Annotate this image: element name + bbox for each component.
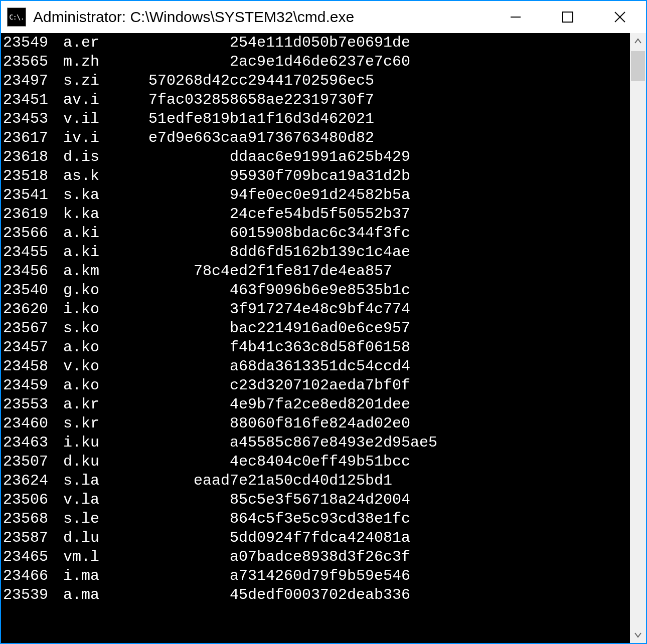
chevron-up-icon (634, 37, 642, 45)
minimize-button[interactable] (490, 1, 542, 33)
cmd-window: C:\. Administrator: C:\Windows\SYSTEM32\… (0, 0, 647, 644)
redacted-segment (103, 167, 230, 184)
row-id: 23451 (3, 90, 63, 109)
terminal-row: 23619k.ka 24cefe54bd5f50552b37 (3, 204, 630, 224)
row-name: v.la (63, 490, 103, 509)
row-name: iv.i (63, 128, 103, 147)
redacted-segment (410, 415, 482, 432)
redacted-segment (374, 129, 446, 146)
vertical-scrollbar[interactable] (630, 33, 646, 643)
titlebar[interactable]: C:\. Administrator: C:\Windows\SYSTEM32\… (1, 1, 646, 33)
row-name: s.la (63, 471, 103, 490)
row-id: 23539 (3, 585, 63, 604)
row-name: s.le (63, 509, 103, 528)
row-id: 23566 (3, 224, 63, 243)
row-hash: 24cefe54bd5f50552b37 (230, 204, 410, 224)
terminal-row: 23618d.is ddaac6e91991a625b429 (3, 147, 630, 166)
row-id: 23465 (3, 547, 63, 566)
terminal-row: 23463i.ku a45585c867e8493e2d95ae5 (3, 433, 630, 452)
redacted-segment (410, 548, 482, 565)
svg-rect-1 (563, 12, 573, 22)
row-name: a.ko (63, 338, 103, 357)
redacted-segment (410, 453, 482, 470)
terminal-row: 23458v.ko a68da3613351dc54ccd4 (3, 357, 630, 376)
maximize-button[interactable] (542, 1, 594, 33)
row-hash: 570268d42cc29441702596ec5 (148, 71, 374, 90)
redacted-segment (103, 186, 230, 203)
terminal-row: 23568s.le 864c5f3e5c93cd38e1fc (3, 509, 630, 528)
row-id: 23459 (3, 376, 63, 395)
row-id: 23453 (3, 109, 63, 128)
redacted-segment (410, 320, 482, 337)
row-hash: ddaac6e91991a625b429 (230, 147, 410, 166)
terminal-row: 23541s.ka 94fe0ec0e91d24582b5a (3, 185, 630, 204)
row-hash: 45dedf0003702deab336 (230, 585, 410, 604)
row-name: vm.l (63, 547, 103, 566)
scroll-thumb[interactable] (631, 51, 645, 81)
terminal-row: 23506v.la 85c5e3f56718a24d2004 (3, 490, 630, 509)
redacted-segment (103, 510, 230, 527)
redacted-segment (103, 586, 230, 603)
redacted-segment (103, 148, 230, 165)
redacted-segment (103, 263, 194, 280)
close-button[interactable] (594, 1, 646, 33)
redacted-segment (103, 72, 148, 89)
terminal-row: 23566a.ki 6015908bdac6c344f3fc (3, 224, 630, 243)
row-name: a.ki (63, 243, 103, 262)
redacted-segment (437, 434, 510, 451)
row-hash: 4ec8404c0eff49b51bcc (230, 452, 410, 471)
row-id: 23553 (3, 395, 63, 414)
redacted-segment (410, 167, 482, 184)
chevron-down-icon (634, 631, 642, 639)
row-id: 23458 (3, 357, 63, 376)
row-hash: a68da3613351dc54ccd4 (230, 357, 410, 376)
redacted-segment (410, 510, 482, 527)
redacted-segment (103, 129, 148, 146)
redacted-segment (103, 377, 230, 394)
close-icon (613, 11, 626, 24)
redacted-segment (410, 491, 482, 508)
row-name: k.ka (63, 204, 103, 224)
terminal-row: 23455a.ki 8dd6fd5162b139c1c4ae (3, 243, 630, 262)
terminal-row: 23459a.ko c23d3207102aeda7bf0f (3, 376, 630, 395)
terminal-row: 23451av.i 7fac032858658ae22319730f7 (3, 90, 630, 109)
row-id: 23460 (3, 414, 63, 433)
row-id: 23568 (3, 509, 63, 528)
row-hash: c23d3207102aeda7bf0f (230, 376, 410, 395)
row-name: s.zi (63, 71, 103, 90)
row-hash: eaad7e21a50cd40d125bd1 (194, 471, 392, 490)
row-hash: 864c5f3e5c93cd38e1fc (230, 509, 410, 528)
row-hash: 254e111d050b7e0691de (230, 33, 410, 52)
row-name: v.il (63, 109, 103, 128)
window-title: Administrator: C:\Windows\SYSTEM32\cmd.e… (33, 9, 354, 26)
scroll-down-button[interactable] (630, 627, 646, 643)
redacted-segment (410, 358, 482, 375)
redacted-segment (374, 72, 446, 89)
window-controls (490, 1, 646, 33)
redacted-segment (103, 548, 230, 565)
row-hash: f4b41c363c8d58f06158 (230, 338, 410, 357)
terminal-row: 23540g.ko 463f9096b6e9e8535b1c (3, 281, 630, 300)
row-hash: 7fac032858658ae22319730f7 (148, 90, 374, 109)
row-hash: 94fe0ec0e91d24582b5a (230, 185, 410, 204)
terminal-row: 23457a.ko f4b41c363c8d58f06158 (3, 338, 630, 357)
row-name: d.is (63, 147, 103, 166)
row-hash: 4e9b7fa2ce8ed8201dee (230, 395, 410, 414)
row-id: 23466 (3, 566, 63, 585)
maximize-icon (562, 11, 574, 23)
terminal-row: 23587d.lu 5dd0924f7fdca424081a (3, 528, 630, 547)
row-name: v.ko (63, 357, 103, 376)
row-hash: a7314260d79f9b59e546 (230, 566, 410, 585)
redacted-segment (374, 91, 446, 108)
scroll-up-button[interactable] (630, 33, 646, 49)
redacted-segment (103, 301, 230, 318)
row-id: 23518 (3, 166, 63, 185)
row-id: 23619 (3, 204, 63, 224)
client-area: 23549a.er 254e111d050b7e0691de 23565m.zh… (1, 33, 646, 643)
row-name: as.k (63, 166, 103, 185)
row-name: a.km (63, 262, 103, 281)
row-hash: 5dd0924f7fdca424081a (230, 528, 410, 547)
redacted-segment (103, 205, 230, 223)
redacted-segment (410, 301, 482, 318)
terminal-output[interactable]: 23549a.er 254e111d050b7e0691de 23565m.zh… (1, 33, 630, 643)
